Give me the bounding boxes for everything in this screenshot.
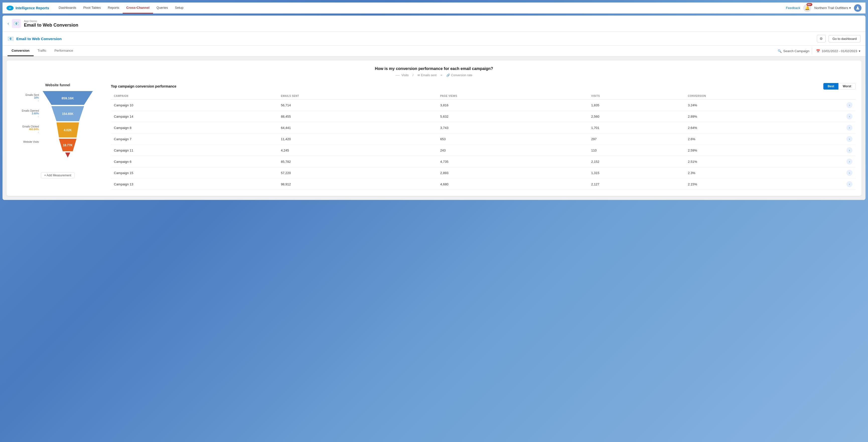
back-button[interactable]: ‹ [7, 21, 9, 26]
cell-campaign-5: Campaign 6 [111, 156, 278, 167]
table-row: Campaign 6 85,782 4,735 2,152 2.51% › [111, 156, 856, 167]
cell-conversion-7: 2.15% [685, 179, 843, 190]
best-toggle-button[interactable]: Best [823, 83, 838, 90]
cell-conversion-0: 3.24% [685, 100, 843, 111]
main-wrapper: ‹ 📧 App Demo Email to Web Conversion 📧 E… [2, 15, 866, 200]
add-measurement-button[interactable]: + Add Measurement [41, 172, 74, 178]
go-to-dashboard-button[interactable]: Go to dashboard [829, 35, 861, 42]
report-email-icon: 📧 [7, 36, 14, 42]
row-detail-button-7[interactable]: › [846, 181, 852, 187]
table-row: Campaign 14 88,455 5,632 2,560 2.89% › [111, 111, 856, 122]
user-avatar[interactable] [854, 4, 862, 12]
nav-setup[interactable]: Setup [171, 2, 187, 13]
cell-campaign-2: Campaign 8 [111, 122, 278, 133]
cell-conversion-6: 2.3% [685, 167, 843, 179]
cell-page-views-0: 3,816 [437, 100, 588, 111]
gear-button[interactable]: ⚙ [817, 35, 826, 42]
page-header: ‹ 📧 App Demo Email to Web Conversion [2, 15, 866, 32]
cell-emails-sent-3: 11,420 [278, 133, 437, 145]
worst-toggle-button[interactable]: Worst [838, 83, 856, 90]
search-campaign[interactable]: 🔍 Search Campaign [775, 48, 812, 55]
nav-reports[interactable]: Reports [104, 2, 123, 13]
table-column: Top campaign conversion performance Best… [111, 83, 856, 190]
tabs: Conversion Traffic Performance [7, 46, 77, 56]
funnel-label-emails-clicked: Emails Clicked 460.84% ↓ [18, 125, 39, 133]
cell-visits-5: 2,152 [588, 156, 685, 167]
funnel-label-emails-sent: Emails Sent 18% ↓ [18, 94, 39, 102]
cell-page-views-5: 4,735 [437, 156, 588, 167]
nav-queries[interactable]: Queries [153, 2, 172, 13]
tab-conversion[interactable]: Conversion [7, 46, 34, 56]
row-detail-button-3[interactable]: › [846, 136, 852, 142]
cell-campaign-3: Campaign 7 [111, 133, 278, 145]
row-detail-button-1[interactable]: › [846, 114, 852, 119]
page-icon: 📧 [12, 19, 21, 28]
two-col-layout: Website funnel Emails Sent 18% ↓ Emails … [12, 83, 856, 190]
tab-traffic[interactable]: Traffic [34, 46, 51, 56]
cell-emails-sent-1: 88,455 [278, 111, 437, 122]
funnel-left-labels: Emails Sent 18% ↓ Emails Opened 2.60% ↓ … [18, 94, 39, 143]
cell-campaign-6: Campaign 15 [111, 167, 278, 179]
cell-page-views-3: 653 [437, 133, 588, 145]
row-detail-button-2[interactable]: › [846, 125, 852, 131]
tab-performance[interactable]: Performance [51, 46, 77, 56]
search-campaign-label: Search Campaign [783, 49, 809, 53]
cell-chevron-7: › [843, 179, 856, 190]
app-name: Intelligence Reports [16, 6, 49, 10]
svg-text:4.02K: 4.02K [64, 128, 72, 132]
legend-visits-label: Visits [401, 73, 408, 77]
cell-page-views-1: 5,632 [437, 111, 588, 122]
date-range-picker[interactable]: 📅 10/01/2022 - 01/02/2023 ▾ [816, 49, 861, 53]
nav-cross-channel[interactable]: Cross-Channel [123, 2, 153, 13]
table-title: Top campaign conversion performance [111, 84, 176, 88]
cell-page-views-4: 243 [437, 145, 588, 156]
row-detail-button-6[interactable]: › [846, 170, 852, 176]
funnel-wrapper: Emails Sent 18% ↓ Emails Opened 2.60% ↓ … [18, 91, 98, 178]
nav-dashboards[interactable]: Dashboards [55, 2, 80, 13]
cell-conversion-5: 2.51% [685, 156, 843, 167]
funnel-label-emails-opened: Emails Opened 2.60% ↓ [18, 109, 39, 118]
cell-page-views-2: 3,743 [437, 122, 588, 133]
email-icon: 📧 [13, 21, 19, 26]
report-title-row: 📧 Email to Web Conversion [7, 36, 62, 42]
table-row: Campaign 15 57,220 2,893 1,315 2.3% › [111, 167, 856, 179]
feedback-link[interactable]: Feedback [786, 6, 800, 10]
row-detail-button-0[interactable]: › [846, 102, 852, 108]
chart-question: How is my conversion performance for eac… [12, 66, 856, 71]
org-selector[interactable]: Northern Trail Outfitters ▾ [814, 6, 851, 10]
cell-conversion-1: 2.89% [685, 111, 843, 122]
page-title-area: App Demo Email to Web Conversion [24, 20, 78, 28]
col-action [843, 93, 856, 100]
row-detail-button-4[interactable]: › [846, 147, 852, 153]
svg-text:18.77K: 18.77K [63, 144, 73, 147]
cell-visits-4: 110 [588, 145, 685, 156]
table-row: Campaign 7 11,420 653 297 2.6% › [111, 133, 856, 145]
legend-separator1: / [413, 73, 413, 77]
row-detail-button-5[interactable]: › [846, 159, 852, 164]
nav-pivot-tables[interactable]: Pivot Tables [80, 2, 104, 13]
report-actions: ⚙ Go to dashboard [817, 35, 861, 42]
cell-chevron-3: › [843, 133, 856, 145]
app-logo: SF Intelligence Reports [6, 4, 49, 11]
chevron-down-icon: ▾ [849, 6, 851, 10]
report-header: 📧 Email to Web Conversion ⚙ Go to dashbo… [2, 32, 866, 46]
add-measurement-container: + Add Measurement [18, 172, 98, 178]
legend-visits: Visits [396, 73, 408, 77]
cell-emails-sent-5: 85,782 [278, 156, 437, 167]
svg-marker-11 [65, 153, 70, 158]
notification-badge[interactable]: 🔔 99+ [803, 4, 811, 12]
chevron-down-icon: ▾ [859, 49, 861, 53]
main-nav: Dashboards Pivot Tables Reports Cross-Ch… [55, 2, 786, 13]
content-area: How is my conversion performance for eac… [2, 57, 866, 200]
cell-chevron-2: › [843, 122, 856, 133]
funnel-svg: 859.16K 154.65K 4.02K 18.77K [40, 91, 95, 171]
cell-visits-7: 2,127 [588, 179, 685, 190]
date-range-text: 10/01/2022 - 01/02/2023 [822, 49, 857, 53]
chart-legend: Visits / ✉ Emails sent = 🔗 Conversion ra… [12, 73, 856, 77]
tab-right-controls: 🔍 Search Campaign 📅 10/01/2022 - 01/02/2… [775, 48, 861, 55]
col-conversion: Conversion [685, 93, 843, 100]
table-row: Campaign 10 56,714 3,816 1,835 3.24% › [111, 100, 856, 111]
col-emails-sent: Emails Sent [278, 93, 437, 100]
table-row: Campaign 11 4,245 243 110 2.59% › [111, 145, 856, 156]
svg-text:SF: SF [9, 7, 11, 9]
